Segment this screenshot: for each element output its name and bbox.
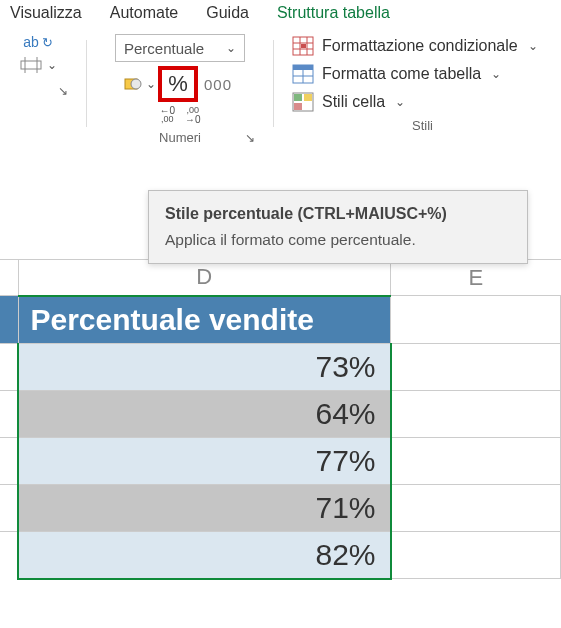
group-label-numbers: Numeri bbox=[159, 130, 201, 145]
number-format-dropdown[interactable]: Percentuale ⌄ bbox=[115, 34, 245, 62]
tab-view[interactable]: Visualizza bbox=[10, 4, 82, 22]
cell-styles-button[interactable]: Stili cella ⌄ bbox=[292, 92, 538, 112]
number-format-value: Percentuale bbox=[124, 40, 204, 57]
increase-decimal-button[interactable]: ←0 ,00 bbox=[159, 106, 175, 124]
cell-styles-icon bbox=[292, 92, 314, 112]
svg-rect-18 bbox=[294, 103, 302, 110]
svg-rect-16 bbox=[294, 94, 302, 101]
ribbon: ab↻ ⌄ ↘ Percentuale ⌄ ⌄ % 000 ←0 bbox=[0, 28, 561, 149]
dialog-launcher-icon[interactable]: ↘ bbox=[245, 131, 255, 145]
chevron-down-icon: ⌄ bbox=[226, 41, 236, 55]
accounting-format-button[interactable]: ⌄ bbox=[124, 76, 156, 92]
chevron-down-icon: ⌄ bbox=[491, 67, 501, 81]
format-table-icon bbox=[292, 64, 314, 84]
chevron-down-icon: ⌄ bbox=[395, 95, 405, 109]
table-row: 64% bbox=[0, 390, 561, 437]
column-header-d[interactable]: D bbox=[18, 260, 391, 296]
ribbon-tabs: Visualizza Automate Guida Struttura tabe… bbox=[0, 0, 561, 28]
table-row: 82% bbox=[0, 531, 561, 579]
tab-guide[interactable]: Guida bbox=[206, 4, 249, 22]
table-header-cell[interactable]: Percentuale vendite bbox=[18, 296, 391, 344]
tooltip-title: Stile percentuale (CTRL+MAIUSC+%) bbox=[165, 205, 511, 223]
conditional-formatting-button[interactable]: Formattazione condizionale ⌄ bbox=[292, 36, 538, 56]
data-cell[interactable]: 82% bbox=[18, 531, 391, 579]
data-cell[interactable]: 64% bbox=[18, 390, 391, 437]
tooltip: Stile percentuale (CTRL+MAIUSC+%) Applic… bbox=[148, 190, 528, 264]
format-as-table-button[interactable]: Formatta come tabella ⌄ bbox=[292, 64, 538, 84]
merge-button[interactable]: ⌄ bbox=[20, 56, 57, 74]
dialog-launcher-icon[interactable]: ↘ bbox=[58, 84, 68, 98]
chevron-down-icon: ⌄ bbox=[47, 58, 57, 72]
orientation-button[interactable]: ab↻ bbox=[23, 34, 53, 50]
data-cell[interactable]: 77% bbox=[18, 437, 391, 484]
data-cell[interactable]: 71% bbox=[18, 484, 391, 531]
tab-automate[interactable]: Automate bbox=[110, 4, 178, 22]
chevron-down-icon: ⌄ bbox=[528, 39, 538, 53]
table-row: 73% bbox=[0, 343, 561, 390]
comma-style-button[interactable]: 000 bbox=[200, 70, 236, 98]
data-cell[interactable]: 73% bbox=[18, 343, 391, 390]
svg-point-4 bbox=[131, 79, 141, 89]
group-label-styles: Stili bbox=[412, 118, 433, 133]
tooltip-body: Applica il formato come percentuale. bbox=[165, 231, 511, 249]
styles-group: Formattazione condizionale ⌄ Formatta co… bbox=[292, 34, 553, 149]
tab-structure[interactable]: Struttura tabella bbox=[277, 4, 390, 22]
percent-style-button[interactable]: % bbox=[158, 66, 198, 102]
svg-rect-10 bbox=[301, 44, 306, 48]
number-group: Percentuale ⌄ ⌄ % 000 ←0 ,00 ,00 →0 Nume… bbox=[105, 34, 255, 149]
table-row: 71% bbox=[0, 484, 561, 531]
svg-rect-12 bbox=[293, 65, 313, 70]
conditional-formatting-icon bbox=[292, 36, 314, 56]
svg-rect-0 bbox=[21, 61, 41, 69]
column-header-e[interactable]: E bbox=[391, 260, 561, 296]
svg-rect-17 bbox=[304, 94, 312, 101]
decrease-decimal-button[interactable]: ,00 →0 bbox=[185, 106, 201, 124]
alignment-group: ab↻ ⌄ ↘ bbox=[8, 34, 68, 149]
table-header-row: Percentuale vendite bbox=[0, 296, 561, 344]
chevron-down-icon: ⌄ bbox=[146, 77, 156, 91]
column-headers: D E bbox=[0, 260, 561, 296]
spreadsheet[interactable]: D E Percentuale vendite 73% 64% 77% 71% … bbox=[0, 259, 561, 580]
table-row: 77% bbox=[0, 437, 561, 484]
